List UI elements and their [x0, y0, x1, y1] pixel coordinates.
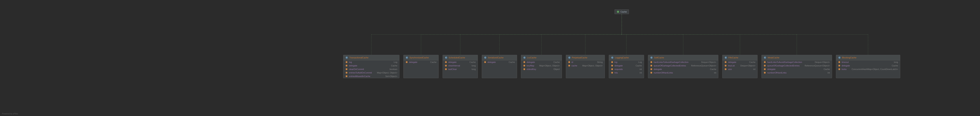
field-icon: f — [611, 61, 613, 63]
field-row[interactable]: fclearIntervallong — [443, 64, 478, 67]
field-row[interactable]: flogLog — [609, 60, 644, 64]
field-row[interactable]: fhardLinksToAvoidGarbageCollectionDeque<… — [762, 60, 832, 64]
field-type: int — [636, 72, 642, 74]
class-header[interactable]: CWeakCache — [762, 55, 832, 60]
class-header[interactable]: CLruCache — [521, 55, 562, 60]
class-box-blocking[interactable]: CBlockingCacheftimeoutlongfdelegateCache… — [836, 55, 900, 78]
field-type: ConcurrentHashMap<Object, CountDownLatch… — [848, 68, 898, 70]
class-title: LruCache — [527, 56, 536, 59]
field-type: Cache — [820, 68, 830, 70]
class-box-fifo[interactable]: CFifoCachefdelegateCachefkeyListDeque<Ob… — [722, 55, 757, 78]
field-icon: f — [650, 65, 652, 67]
class-title: PerpetualCache — [572, 56, 587, 59]
field-type: Log — [635, 61, 642, 63]
field-row[interactable]: fkeyListDeque<Object> — [722, 64, 757, 67]
field-type: Deque<Object> — [811, 61, 830, 63]
field-row[interactable]: fhardLinksToAvoidGarbageCollectionDeque<… — [648, 60, 718, 64]
class-box-logging[interactable]: CLoggingCacheflogLogfdelegateCachefreque… — [609, 55, 644, 78]
class-box-scheduled[interactable]: CScheduledCachefdelegateCachefclearInter… — [442, 55, 478, 78]
class-header[interactable]: CScheduledCache — [443, 55, 478, 60]
class-row: CTransactionalCacheflogLogfdelegateCache… — [0, 55, 980, 78]
class-header[interactable]: CSerializedCache — [482, 55, 517, 60]
class-title: SynchronizedCache — [409, 56, 429, 59]
field-row[interactable]: flastClearlong — [443, 67, 478, 71]
field-name: log — [614, 61, 617, 63]
field-name: queueOfGarbageCollectedEntries — [767, 65, 800, 67]
field-name: delegate — [654, 68, 662, 70]
class-header[interactable]: CTransactionalCache — [344, 55, 399, 60]
svg-text:C: C — [612, 57, 613, 59]
field-row[interactable]: fdelegateCache — [648, 67, 718, 71]
field-row[interactable]: fsizeint — [722, 67, 757, 71]
class-header[interactable]: CFifoCache — [722, 55, 757, 60]
field-name: entriesMissedInCache — [349, 75, 370, 78]
class-title: WeakCache — [768, 56, 779, 59]
field-icon: f — [345, 72, 348, 74]
class-icon: C — [568, 56, 571, 59]
class-box-synchronized[interactable]: CSynchronizedCachefdelegateCache — [403, 55, 439, 78]
field-row[interactable]: flocksConcurrentHashMap<Object, CountDow… — [836, 67, 900, 71]
field-name: keyMap — [527, 65, 534, 67]
field-row[interactable]: fentriesMissedInCacheSet<Object> — [344, 75, 399, 78]
field-name: entriesToAddOnCommit — [349, 72, 372, 74]
field-row[interactable]: fnumberOfHardLinksint — [762, 71, 832, 75]
field-type: Deque<Object> — [697, 61, 716, 63]
field-row[interactable]: fqueueOfGarbageCollectedEntriesReference… — [762, 64, 832, 67]
field-name: delegate — [614, 65, 623, 67]
field-row[interactable]: fkeyMapMap<Object, Object> — [521, 64, 562, 67]
field-name: numberOfHardLinks — [654, 72, 673, 74]
class-header[interactable]: CSynchronizedCache — [404, 55, 439, 60]
field-row[interactable]: frequestsint — [609, 67, 644, 71]
class-box-serialized[interactable]: CSerializedCachefdelegateCache — [482, 55, 517, 78]
field-type: Deque<Object> — [737, 65, 756, 67]
class-header[interactable]: CSoftCache — [648, 55, 718, 60]
field-row[interactable]: fdelegateCache — [521, 60, 562, 64]
field-name: delegate — [842, 65, 850, 67]
field-row[interactable]: fqueueOfGarbageCollectedEntriesReference… — [648, 64, 718, 67]
field-row[interactable]: fclearOnCommitboolean — [344, 67, 399, 71]
field-name: delegate — [767, 68, 775, 70]
class-icon: C — [345, 56, 348, 59]
field-row[interactable]: fdelegateCache — [722, 60, 757, 64]
field-row[interactable]: fdelegateCache — [443, 60, 478, 64]
field-row[interactable]: fnumberOfHardLinksint — [648, 71, 718, 75]
field-type: int — [749, 68, 756, 70]
class-box-lru[interactable]: CLruCachefdelegateCachefkeyMapMap<Object… — [521, 55, 562, 78]
field-icon: f — [345, 61, 348, 63]
field-row[interactable]: flogLog — [344, 60, 399, 64]
field-row[interactable]: fdelegateCache — [609, 64, 644, 67]
class-header[interactable]: CPerpetualCache — [566, 55, 605, 60]
field-row[interactable]: fdelegateCache — [836, 64, 900, 67]
field-name: keyList — [728, 65, 735, 67]
field-name: clearOnCommit — [349, 68, 364, 70]
field-icon: f — [484, 61, 486, 63]
field-row[interactable]: fidString — [566, 60, 605, 64]
field-row[interactable]: feldestKeyObject — [521, 67, 562, 71]
field-name: delegate — [409, 61, 417, 63]
class-header[interactable]: CBlockingCache — [836, 55, 900, 60]
field-row[interactable]: fhitsint — [609, 71, 644, 75]
field-name: cache — [571, 65, 577, 67]
field-row[interactable]: fdelegateCache — [344, 64, 399, 67]
field-icon: f — [445, 65, 447, 67]
field-row[interactable]: fentriesToAddOnCommitMap<Object, Object> — [344, 71, 399, 75]
class-icon: C — [406, 56, 408, 59]
field-type: boolean — [386, 68, 397, 70]
class-icon: C — [523, 56, 526, 59]
field-row[interactable]: fdelegateCache — [482, 60, 517, 64]
field-name: id — [571, 61, 573, 63]
field-row[interactable]: fcacheMap<Object, Object> — [566, 64, 605, 67]
class-box-weak[interactable]: CWeakCachefhardLinksToAvoidGarbageCollec… — [762, 55, 832, 78]
class-box-perpetual[interactable]: CPerpetualCachefidStringfcacheMap<Object… — [566, 55, 605, 78]
class-header[interactable]: CLoggingCache — [609, 55, 644, 60]
field-row[interactable]: fdelegateCache — [762, 67, 832, 71]
field-icon: f — [345, 65, 348, 67]
field-row[interactable]: ftimeoutlong — [836, 60, 900, 64]
class-box-transactional[interactable]: CTransactionalCacheflogLogfdelegateCache… — [343, 55, 399, 78]
svg-text:C: C — [485, 57, 486, 59]
class-icon: C — [764, 56, 766, 59]
root-interface-node[interactable]: I Cache — [614, 10, 629, 14]
root-name: Cache — [620, 11, 627, 13]
field-row[interactable]: fdelegateCache — [404, 60, 439, 64]
class-box-soft[interactable]: CSoftCachefhardLinksToAvoidGarbageCollec… — [648, 55, 719, 78]
